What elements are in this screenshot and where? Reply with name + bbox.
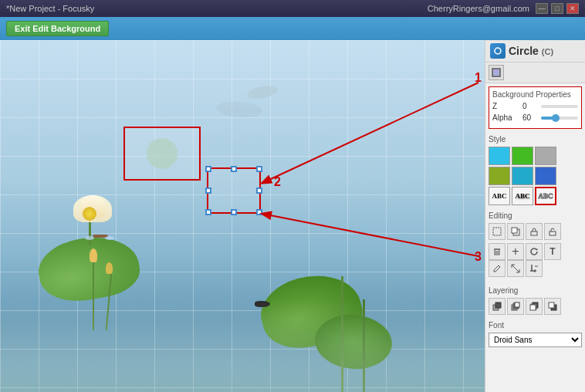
- alpha-row: Alpha 60: [492, 113, 578, 122]
- title-bar: *New Project - Focusky CherryRingers@gma…: [0, 0, 585, 17]
- handle-top-left[interactable]: [205, 166, 211, 172]
- abc-grid: ABC ABC ABC: [489, 187, 582, 205]
- style-section: Style ABC ABC ABC: [485, 132, 585, 208]
- number-label-2: 2: [274, 175, 281, 189]
- bg-properties-icon[interactable]: [489, 65, 504, 80]
- alpha-slider[interactable]: [541, 117, 578, 120]
- svg-rect-11: [495, 249, 499, 255]
- z-value: 0: [522, 102, 538, 110]
- number-label-1: 1: [475, 71, 482, 85]
- color-teal[interactable]: [512, 167, 533, 185]
- maximize-button[interactable]: □: [551, 3, 563, 14]
- z-row: Z 0: [492, 102, 578, 110]
- svg-rect-20: [495, 302, 501, 308]
- color-grid: [489, 147, 582, 185]
- color-blue[interactable]: [535, 167, 556, 185]
- scene: [0, 40, 485, 392]
- canvas-area[interactable]: 1 2 3: [0, 40, 485, 392]
- alpha-slider-thumb: [552, 114, 560, 122]
- handle-middle-right[interactable]: [256, 188, 262, 194]
- layering-title: Layering: [489, 286, 582, 295]
- alpha-value: 60: [522, 113, 538, 122]
- font-select[interactable]: Droid Sans: [489, 333, 582, 347]
- exit-edit-background-button[interactable]: Exit Edit Background: [6, 21, 109, 36]
- color-olive[interactable]: [489, 167, 510, 185]
- abc-outline-button[interactable]: ABC: [535, 187, 556, 205]
- svg-rect-9: [531, 231, 537, 235]
- handle-bottom-left[interactable]: [205, 209, 211, 215]
- edit-crop-button[interactable]: [526, 260, 543, 277]
- svg-line-14: [512, 265, 519, 272]
- editing-title: Editing: [489, 211, 582, 220]
- color-green[interactable]: [512, 147, 533, 165]
- z-slider[interactable]: [541, 105, 578, 108]
- layer-forward-button[interactable]: [507, 298, 524, 315]
- handle-top-right[interactable]: [256, 166, 262, 172]
- svg-rect-6: [493, 228, 501, 235]
- color-cyan[interactable]: [489, 147, 510, 165]
- layer-backward-button[interactable]: [526, 298, 543, 315]
- edit-delete-button[interactable]: [489, 243, 506, 260]
- edit-resize-button[interactable]: [507, 260, 524, 277]
- background-properties-section: Background Properties Z 0 Alpha 60: [489, 86, 582, 129]
- panel-header: Circle (C): [485, 40, 585, 63]
- number-label-3: 3: [475, 250, 482, 264]
- color-gray[interactable]: [535, 147, 556, 165]
- user-email: CherryRingers@gmail.com: [428, 4, 529, 13]
- toolbar: Exit Edit Background: [0, 17, 585, 40]
- layering-grid: [489, 298, 582, 315]
- handle-middle-left[interactable]: [205, 188, 211, 194]
- style-title: Style: [489, 135, 582, 144]
- dragonfly: [93, 235, 108, 238]
- alpha-label: Alpha: [492, 113, 519, 122]
- abc-shadow-button[interactable]: ABC: [512, 187, 533, 205]
- edit-select-button[interactable]: [489, 223, 506, 240]
- editing-grid-row2: + T: [489, 243, 582, 260]
- font-section: Font Droid Sans: [485, 318, 585, 350]
- svg-rect-8: [512, 228, 517, 233]
- card-preview: [123, 127, 201, 181]
- edit-add-button[interactable]: +: [507, 243, 524, 260]
- minimize-button[interactable]: —: [536, 3, 548, 14]
- editing-section: Editing +: [485, 208, 585, 283]
- layering-section: Layering: [485, 283, 585, 318]
- close-button[interactable]: ✕: [566, 3, 579, 14]
- svg-rect-10: [549, 231, 556, 235]
- edit-copy-button[interactable]: [507, 223, 524, 240]
- svg-rect-5: [493, 69, 499, 76]
- z-label: Z: [492, 102, 519, 110]
- main-layout: 1 2 3 Circle (C) Background Properties: [0, 40, 585, 392]
- panel-title: Circle (C): [509, 45, 553, 57]
- edit-pencil-button[interactable]: [489, 260, 506, 277]
- svg-rect-23: [515, 302, 519, 307]
- layer-front-button[interactable]: [489, 298, 506, 315]
- water-mist: [0, 299, 485, 392]
- edit-rotate-button[interactable]: [526, 243, 543, 260]
- selection-handles: [208, 169, 259, 212]
- card-circle: [147, 138, 178, 169]
- edit-lock-button[interactable]: [526, 223, 543, 240]
- edit-unlock-button[interactable]: [544, 223, 561, 240]
- layer-back-button[interactable]: [544, 298, 561, 315]
- editing-grid-row1: [489, 223, 582, 240]
- font-title: Font: [489, 321, 582, 329]
- selected-element[interactable]: [207, 167, 261, 214]
- handle-bottom-middle[interactable]: [231, 209, 237, 215]
- svg-point-3: [495, 48, 501, 54]
- handle-bottom-right[interactable]: [256, 209, 262, 215]
- app-title: *New Project - Focusky: [6, 4, 94, 13]
- abc-plain-button[interactable]: ABC: [489, 187, 510, 205]
- editing-grid-row3: [489, 260, 582, 277]
- svg-rect-28: [549, 302, 554, 308]
- svg-rect-26: [530, 305, 536, 310]
- right-panel: Circle (C) Background Properties Z 0 Alp…: [485, 40, 585, 392]
- section-title-bg: Background Properties: [492, 90, 578, 99]
- circle-icon: [490, 43, 506, 59]
- edit-text-button[interactable]: T: [544, 243, 561, 260]
- handle-top-middle[interactable]: [231, 166, 237, 172]
